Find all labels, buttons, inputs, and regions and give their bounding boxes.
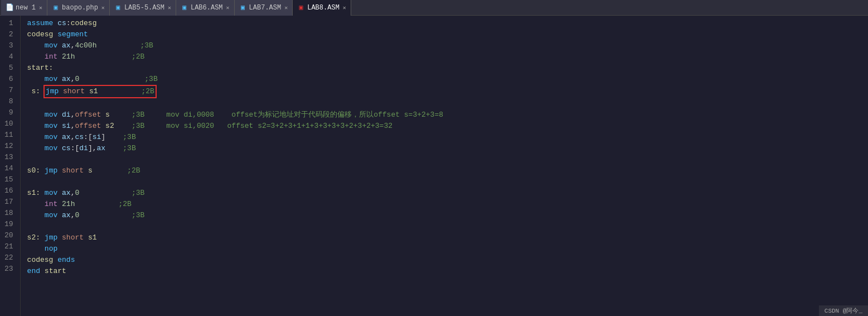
kw-short14: short <box>62 165 84 176</box>
code-line-7: s: jmp short s1 ;2B <box>27 85 868 98</box>
kw-jmp20: jmp <box>45 232 57 243</box>
ln-17: 17 <box>4 197 13 208</box>
tab-label: LAB7.ASM <box>249 4 282 12</box>
kw-cs11: cs <box>75 132 84 143</box>
comment-2b-17: ;2B <box>118 199 131 210</box>
kw-di9: di <box>62 109 71 121</box>
ln-22: 22 <box>4 252 13 264</box>
comment-3b-9: ;3B <box>132 109 144 121</box>
kw-short20: short <box>62 232 84 243</box>
status-bar: CSDN @阿今_ <box>819 305 868 316</box>
tab-lab8[interactable]: ▣ LAB8.ASM ✕ <box>293 0 351 16</box>
tab-label: baopo.php <box>62 4 98 12</box>
kw-nop: nop <box>45 243 57 255</box>
kw-ax18: ax <box>62 210 71 221</box>
ln-11: 11 <box>4 130 13 141</box>
kw-start-ref: start <box>45 266 66 277</box>
kw-s2-10: s2 <box>105 121 114 132</box>
tab-close[interactable]: ✕ <box>226 4 230 11</box>
code-line-13 <box>27 154 868 165</box>
kw-int: int <box>45 51 57 63</box>
ln-3: 3 <box>4 40 13 51</box>
kw-s0: s0: <box>27 165 40 176</box>
kw-offset9: offset <box>75 109 101 121</box>
code-line-19 <box>27 221 868 232</box>
kw-assume: assume <box>27 18 54 29</box>
tab-close[interactable]: ✕ <box>168 4 171 11</box>
comment-mov-si: mov si,0020 offset s2=3+2+3+1+1+3+3+3+3+… <box>166 121 392 132</box>
tab-baopo[interactable]: ▣ baopo.php ✕ <box>47 0 110 16</box>
kw-0-16: 0 <box>75 188 79 199</box>
kw-si10: si <box>62 121 71 132</box>
kw-jmp14: jmp <box>45 165 57 176</box>
kw-ax16: ax <box>62 188 71 199</box>
tab-bar: 📄 new 1 ✕ ▣ baopo.php ✕ ▣ LAB5-5.ASM ✕ ▣… <box>0 0 868 16</box>
ln-10: 10 <box>4 118 13 130</box>
code-line-14: s0: jmp short s ;2B <box>27 165 868 176</box>
kw-ax6: ax <box>62 74 71 85</box>
comment-3b-16: ;3B <box>132 188 144 199</box>
tab-lab5[interactable]: ▣ LAB5-5.ASM ✕ <box>110 0 176 16</box>
ln-5: 5 <box>4 63 13 74</box>
code-line-1: assume cs:codesg <box>27 18 868 29</box>
code-line-12: mov cs:[di],ax ;3B <box>27 143 868 154</box>
kw-di12: di <box>79 143 88 154</box>
comment-mov-di: mov di,0008 offset为标记地址对于代码段的偏移，所以offset… <box>166 109 443 121</box>
code-line-23: end start <box>27 266 868 277</box>
kw-si11: si <box>93 132 101 143</box>
code-line-21: nop <box>27 243 868 255</box>
kw-s1-ref: s1 <box>89 87 98 95</box>
kw-cs: cs <box>57 18 66 29</box>
ln-6: 6 <box>4 74 13 85</box>
kw-mov: mov <box>45 40 57 51</box>
comment-2b-7: ;2B <box>142 87 154 95</box>
ln-7: 7 <box>4 85 13 96</box>
kw-21h-17: 21h <box>62 199 75 210</box>
comment-3b-6: ;3B <box>144 74 157 85</box>
kw-s2: s2: <box>27 232 40 243</box>
code-area[interactable]: assume cs:codesg codesg segment mov ax,4… <box>21 16 868 316</box>
tab-lab7[interactable]: ▣ LAB7.ASM ✕ <box>235 0 293 16</box>
code-line-9: mov di,offset s ;3B mov di,0008 offset为标… <box>27 109 868 121</box>
tab-lab6[interactable]: ▣ LAB6.ASM ✕ <box>176 0 235 16</box>
code-line-2: codesg segment <box>27 29 868 40</box>
kw-codesg3: codesg <box>27 255 54 266</box>
kw-start: start: <box>27 63 54 74</box>
comment-3b-18: ;3B <box>132 210 144 221</box>
comment-2b: ;2B <box>132 51 144 63</box>
code-line-17: int 21h ;2B <box>27 199 868 210</box>
tab-close[interactable]: ✕ <box>343 4 346 11</box>
code-line-16: s1: mov ax,0 ;3B <box>27 188 868 199</box>
kw-4c00h: 4c00h <box>75 40 96 51</box>
ln-18: 18 <box>4 208 13 219</box>
kw-short: short <box>63 87 85 95</box>
comment-3b-10: ;3B <box>132 121 144 132</box>
comment-2b-14: ;2B <box>127 165 140 176</box>
kw-mov10: mov <box>45 121 57 132</box>
red-highlight-box: jmp short s1 ;2B <box>43 85 157 98</box>
tab-label: LAB5-5.ASM <box>124 4 164 12</box>
kw-cs12: cs <box>62 143 71 154</box>
kw-codesg2: codesg <box>27 29 54 40</box>
tab-close[interactable]: ✕ <box>39 4 42 11</box>
editor: 1 2 3 4 5 6 7 8 9 10 11 12 13 14 15 16 1… <box>0 16 868 316</box>
kw-end: end <box>27 266 40 277</box>
kw-ax12: ax <box>96 143 105 154</box>
kw-mov18: mov <box>45 210 57 221</box>
code-line-11: mov ax,cs:[si] ;3B <box>27 132 868 143</box>
code-line-8 <box>27 98 868 109</box>
tab-close[interactable]: ✕ <box>101 4 105 11</box>
kw-s-label: s: <box>31 86 40 97</box>
tab-new1[interactable]: 📄 new 1 ✕ <box>1 0 47 16</box>
file-icon: ▣ <box>239 4 247 12</box>
code-line-4: int 21h ;2B <box>27 51 868 63</box>
file-icon: 📄 <box>6 4 13 12</box>
kw-codesg: codesg <box>71 18 97 29</box>
tab-label: new 1 <box>16 4 36 12</box>
ln-20: 20 <box>4 230 13 241</box>
tab-close[interactable]: ✕ <box>284 4 288 11</box>
kw-mov12: mov <box>45 143 57 154</box>
ln-21: 21 <box>4 241 13 252</box>
ln-9: 9 <box>4 107 13 118</box>
comment-3b-12: ;3B <box>123 143 135 154</box>
